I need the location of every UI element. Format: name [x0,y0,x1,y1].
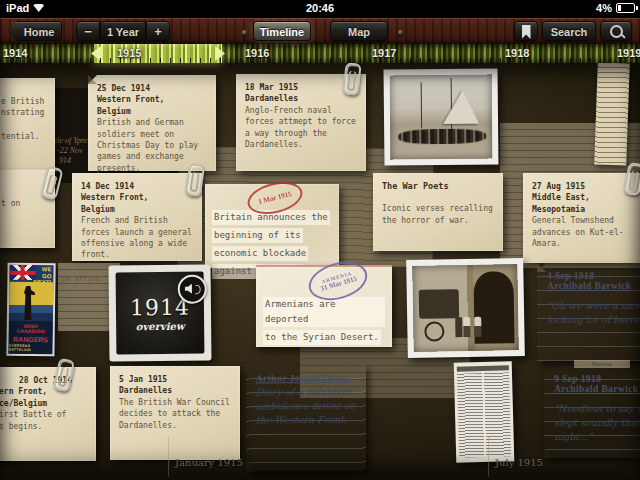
photo-detail [398,128,486,144]
diary-author: Archibald Barwick [547,281,640,291]
toolbar: Home − 1 Year + Timeline Map Search [0,18,640,44]
event-body: irst Battle of [0,409,87,420]
background-text: 914 [59,156,71,165]
year-ruler[interactable]: 1914 1915 1916 1917 1918 1919 [0,44,640,63]
event-date: 5 Jan 1915 [119,374,231,385]
diary-quote: "Oh we were a nice looking lot of heroes… [547,299,640,327]
photo-detail [474,317,481,337]
range-handle-right-icon[interactable] [215,46,225,61]
photo-detail [464,317,471,337]
event-body: tential. [1,131,46,142]
event-date: 27 Aug 1915 [532,181,638,192]
poster-text: OVERSEAS BATTALION [8,343,52,352]
app-screen: iPad 20:46 4% Home − 1 Year + Timeline M… [0,0,640,480]
newspaper-columns [457,372,511,457]
photo-detail [420,82,421,128]
event-body: Armenians are deported [263,297,385,327]
range-handle-left-icon[interactable] [91,46,101,61]
manuscript-card[interactable] [594,62,630,165]
soldier-silhouette-icon [21,286,35,320]
event-date: 18 Mar 1915 [245,82,357,93]
overview-label: overview [136,320,185,332]
event-card-ypres[interactable]: 28 Oct 1914 ern Front, ce/Belgium irst B… [0,367,96,461]
event-place: Western Front, [81,192,193,203]
clock: 20:46 [0,2,640,14]
photo-card-wagon[interactable] [406,258,525,358]
event-place: Belgium [97,106,207,117]
photo-detail [424,321,444,341]
time-range-display[interactable]: 1 Year [100,21,146,41]
photo-image [412,264,518,352]
newspaper-card[interactable] [454,361,515,462]
screw-dot [242,30,247,35]
stamp-date: 1 Mar 1915 [257,190,292,206]
year-label: 1915 [117,47,141,59]
event-date: 28 Oct 1914 [0,375,87,386]
home-button[interactable]: Home [8,21,62,41]
poster-card-irish-canadian-rangers[interactable]: WE GO NEXT! IRISH CANADIAN RANGERS OVERS… [6,263,55,357]
event-card-war-council[interactable]: 5 Jan 1915 Dardanelles The British War C… [110,366,240,460]
year-label: 1916 [245,47,269,59]
month-tick [488,437,489,477]
poster-text: RANGERS [13,335,48,342]
event-date: 25 Dec 1914 [97,83,207,94]
battery-icon [616,3,635,13]
diary-card-dease[interactable]: Arthur Joseph Dease Diary of a volunteer… [246,364,367,471]
event-body: nstrating [1,107,46,118]
event-body: to the Syrian Desert. [263,330,381,345]
poster-footer: IRISH CANADIAN RANGERS OVERSEAS BATTALIO… [8,321,52,355]
diary-date: 4 Sep 1918 [547,271,640,281]
event-card-partial[interactable]: e British nstrating tential. [0,78,55,170]
bookmark-button[interactable] [514,21,538,41]
background-text: tle of Ypres [55,136,90,145]
tab-map[interactable]: Map [330,21,388,41]
photo-card-tents[interactable] [384,68,499,165]
tab-timeline[interactable]: Timeline [253,21,311,41]
search-button[interactable]: Search [542,21,596,41]
year-label: 1919 [617,47,640,59]
search-icon-button[interactable] [600,21,632,41]
diary-author: Archibald Barwick [554,384,640,394]
event-card-kut-el-amara[interactable]: 27 Aug 1915 Middle East, Mesopotamia Gen… [523,173,640,263]
diary-quote: "Needless to say we slept soundly that n… [554,402,640,444]
audio-speaker-icon[interactable] [178,275,207,304]
event-body: Iconic verses recalling the horror of wa… [382,203,494,226]
diary-card-barwick-4sep[interactable]: 4 Sep 1918 Archibald Barwick "Oh we were… [537,263,640,361]
screw-dot [398,30,403,35]
event-body: e British [1,96,46,107]
event-card-war-poets[interactable]: The War Poets Iconic verses recalling th… [373,173,503,251]
event-body: t on [1,198,46,209]
event-body: beginning of its [212,228,303,243]
zoom-out-button[interactable]: − [76,21,100,41]
event-place: Western Front, [97,94,207,105]
photo-detail [455,317,462,337]
zoom-in-button[interactable]: + [146,21,170,41]
poster-text: IRISH CANADIAN [9,323,53,335]
event-card-christmas-truce[interactable]: 25 Dec 1914 Western Front, Belgium Briti… [88,75,216,171]
event-body: French and British forces launch a gener… [81,215,193,261]
year-label: 1918 [505,47,529,59]
bookmark-icon [522,25,531,39]
newspaper-headline [457,365,509,371]
month-tick [168,437,169,477]
battery-percent: 4% [596,2,612,14]
event-body: General Townshend advances on Kut-el-Ama… [532,215,638,249]
ruler-selection[interactable] [94,44,222,63]
diary-card-barwick-9sep[interactable]: 9 Sep 1918 Archibald Barwick "Needless t… [544,366,640,458]
event-title: The War Poets [382,181,494,192]
event-body: Anglo-French naval forces attmept to for… [245,105,357,151]
month-label-july: July 1915 [495,457,543,468]
background-text: -22 Nov [57,146,83,155]
overview-card-1914[interactable]: 1914 overview [109,264,212,361]
event-place: Belgium [81,204,193,215]
event-card-general-offensive[interactable]: 14 Dec 1914 Western Front, Belgium Frenc… [72,173,202,261]
magnifier-icon [610,25,623,38]
status-bar: iPad 20:46 4% [0,0,640,18]
year-label: 1914 [3,47,27,59]
poster-art [9,282,54,323]
paperclip-icon [342,62,361,95]
event-place: ce/Belgium [0,398,87,409]
event-date: 14 Dec 1914 [81,181,193,192]
background-text: ps arrive [62,275,100,283]
timeline-board[interactable]: tle of Ypres -22 Nov 914 Ari Burn e Brit… [0,63,640,480]
